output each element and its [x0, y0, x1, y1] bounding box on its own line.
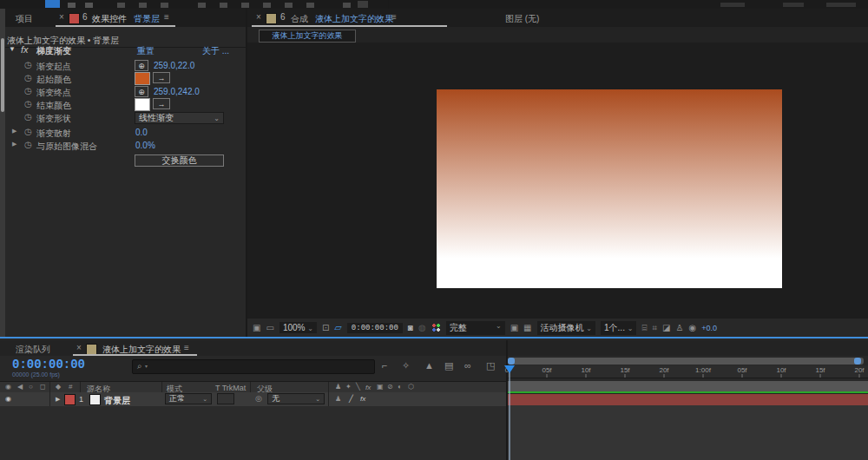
transparency-grid-icon[interactable]: ▦ [523, 324, 531, 332]
layer-label-swatch[interactable] [64, 394, 76, 405]
mask-tool-icon[interactable] [198, 3, 206, 8]
region-of-interest-icon[interactable]: ▣ [510, 324, 518, 332]
pan-behind-tool-icon[interactable] [161, 3, 168, 8]
tab-effect-controls[interactable]: 效果控件 [92, 13, 127, 25]
close-icon[interactable]: × [76, 344, 82, 352]
playhead-marker[interactable] [504, 365, 515, 373]
stopwatch-icon[interactable]: ◷ [24, 128, 32, 136]
effect-about-link[interactable]: 关于 ... [202, 45, 229, 57]
timeline-timecode[interactable]: 0:00:00:00 [12, 358, 85, 371]
motion-blur-icon[interactable]: ∞ [464, 361, 471, 371]
rotate-tool-icon[interactable] [117, 3, 125, 8]
tab-layer[interactable]: 图层 (无) [505, 13, 539, 25]
stamp-tool-icon[interactable] [285, 3, 293, 8]
parent-pickwhip-icon[interactable]: ◎ [255, 395, 262, 403]
work-area-bar[interactable] [508, 358, 864, 365]
workspace-item[interactable] [826, 3, 856, 7]
graph-editor-icon[interactable]: ◳ [486, 361, 495, 371]
share-view-icon[interactable]: ⌸ [641, 324, 647, 332]
eyedropper-button[interactable]: → [153, 72, 170, 83]
stopwatch-icon[interactable]: ◷ [24, 141, 32, 149]
time-ruler[interactable]: 0f 05f 10f 15f 20f 1:00f 05f 10f 15f 20f [508, 365, 868, 378]
start-color-swatch[interactable] [135, 72, 150, 85]
close-icon[interactable]: × [59, 13, 64, 22]
layer-mode-dropdown[interactable]: 正常 ⌄ [165, 393, 212, 404]
panel-menu-icon[interactable]: ≡ [164, 13, 169, 22]
type-tool-icon[interactable] [241, 3, 249, 8]
resolution-dropdown[interactable]: 完整 ⌄ [446, 321, 505, 335]
close-icon[interactable]: × [256, 13, 261, 22]
eraser-tool-icon[interactable] [306, 3, 314, 8]
stopwatch-icon[interactable]: ◷ [24, 87, 32, 95]
eye-toggle-icon[interactable]: ◉ [5, 396, 11, 403]
point-crosshair-button[interactable]: ⊕ [135, 60, 148, 71]
eyedropper-button[interactable]: → [153, 98, 170, 109]
pen-tool-icon[interactable] [220, 3, 227, 8]
viewer-viewport[interactable] [247, 43, 868, 319]
view-layout-dropdown[interactable]: 1个... ⌄ [601, 321, 636, 335]
panel-menu-icon[interactable]: ≡ [184, 344, 189, 352]
stopwatch-icon[interactable]: ◷ [24, 61, 32, 69]
shy-toggle-icon[interactable]: ♟ [335, 396, 341, 403]
prop-value[interactable]: 259.0,22.0 [154, 61, 194, 70]
hand-tool-icon[interactable] [68, 3, 76, 8]
quality-toggle-icon[interactable]: ╱ [349, 396, 353, 403]
magnification-dropdown[interactable]: 100% ⌄ [279, 322, 317, 333]
lock-icon[interactable]: 6 [82, 13, 88, 22]
fast-previews-icon[interactable]: ◪ [662, 324, 670, 332]
parent-dropdown[interactable]: 无 ⌄ [267, 393, 325, 404]
expander-icon[interactable]: ▶ [12, 128, 16, 134]
grid-guides-icon[interactable]: ▱ [334, 322, 341, 333]
exposure-icon[interactable]: ◉ [688, 324, 696, 332]
roi-icon[interactable]: ⊡ [322, 324, 329, 332]
fx-toggle-icon[interactable]: fx [360, 395, 365, 403]
brush-tool-icon[interactable] [263, 3, 271, 8]
effect-expander-icon[interactable]: ▼ [9, 46, 16, 53]
align-icon[interactable] [358, 1, 368, 8]
workspace-item[interactable] [783, 3, 804, 7]
effect-controls-scrollbar[interactable] [0, 9, 5, 337]
playhead-line[interactable] [509, 365, 510, 460]
effect-reset-link[interactable]: 重置 [137, 45, 155, 57]
layer-expander-icon[interactable]: ▶ [56, 396, 60, 402]
end-color-swatch[interactable] [135, 98, 150, 111]
prop-value[interactable]: 259.0,242.0 [154, 87, 200, 96]
mini-flowchart-icon[interactable]: ⌐ [382, 361, 387, 371]
point-crosshair-button[interactable]: ⊕ [135, 86, 148, 97]
swap-colors-button[interactable]: 交换颜色 [135, 154, 224, 167]
panel-menu-icon[interactable]: ≡ [391, 13, 397, 22]
primary-viewer-icon[interactable]: ▭ [266, 324, 273, 332]
tab-comp-title[interactable]: 液体上加文字的效果 [315, 13, 393, 25]
snapshot-icon[interactable]: ◙ [408, 324, 413, 332]
tab-render-queue[interactable]: 渲染队列 [16, 344, 50, 356]
layer-name[interactable]: 背景层 [104, 395, 130, 407]
stopwatch-icon[interactable]: ◷ [24, 113, 32, 122]
camera-dropdown[interactable]: 活动摄像机 ⌄ [537, 321, 595, 335]
flowchart-icon[interactable]: ♙ [676, 324, 684, 332]
channels-icon[interactable] [431, 323, 441, 332]
tab-comp-label[interactable]: 合成 [291, 13, 308, 25]
work-area-start-handle[interactable] [508, 358, 515, 365]
hide-shy-layers-icon[interactable]: ▲ [424, 361, 434, 371]
layer-row[interactable]: ◉ ▶ 1 背景层 正常 ⌄ ◎ 无 ⌄ ♟ ╱ fx [0, 392, 506, 407]
timeline-search-input[interactable]: ⌕ ▾ [132, 359, 375, 374]
comp-breadcrumb-button[interactable]: 液体上加文字的效果 [259, 30, 356, 43]
viewer-timecode[interactable]: 0:00:00:00 [347, 323, 403, 333]
workspace-item[interactable] [720, 3, 745, 7]
frame-blending-icon[interactable]: ▤ [444, 361, 453, 371]
pixel-aspect-icon[interactable]: ⌗ [652, 324, 657, 332]
exposure-value[interactable]: +0.0 [701, 324, 717, 332]
prop-value[interactable]: 0.0% [135, 141, 155, 150]
puppet-tool-icon[interactable] [343, 3, 351, 8]
camera-tool-icon[interactable] [139, 3, 147, 8]
prop-value[interactable]: 0.0 [135, 128, 148, 137]
effect-name[interactable]: 梯度渐变 [36, 45, 71, 57]
work-area-end-handle[interactable] [854, 358, 861, 365]
tab-project[interactable]: 项目 [16, 13, 33, 25]
draft-3d-icon[interactable]: ✧ [402, 361, 410, 371]
expander-icon[interactable]: ▶ [12, 141, 16, 147]
stopwatch-icon[interactable]: ◷ [24, 100, 32, 108]
col-trkmat[interactable]: T TrkMat [215, 384, 246, 392]
ramp-shape-dropdown[interactable]: 线性渐变 ⌄ [135, 112, 224, 124]
show-snapshot-icon[interactable]: ◍ [418, 324, 426, 332]
